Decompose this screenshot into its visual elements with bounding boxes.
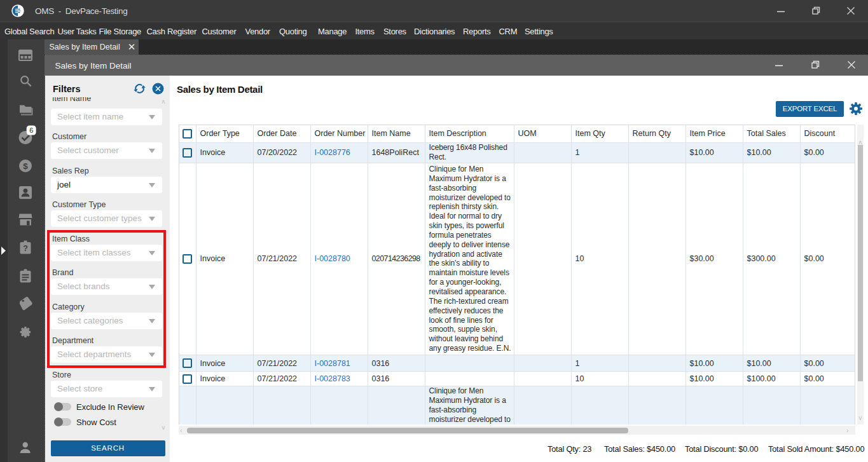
svg-text:?: ?: [23, 244, 28, 253]
svg-text:6: 6: [29, 126, 33, 134]
svg-text:$: $: [23, 161, 28, 171]
